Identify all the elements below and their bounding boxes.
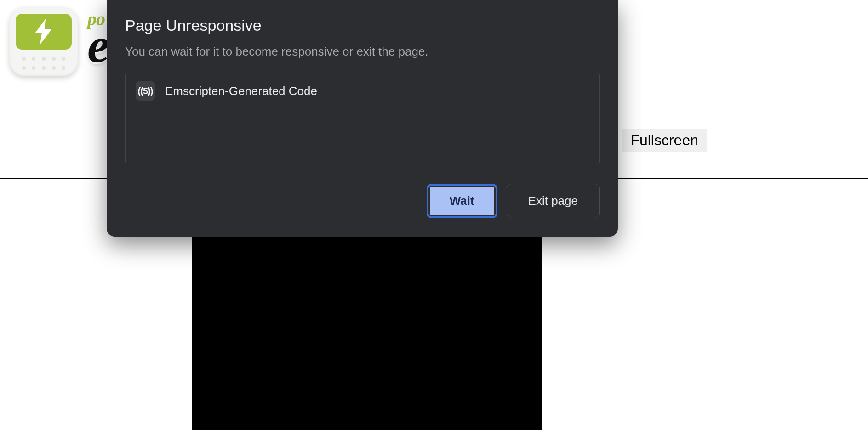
exit-page-button[interactable]: Exit page — [507, 184, 600, 218]
list-item: ((5)) Emscripten-Generated Code — [136, 81, 589, 101]
favicon-glyph: ((5)) — [138, 86, 153, 96]
dialog-title: Page Unresponsive — [125, 17, 600, 34]
unresponsive-pages-list: ((5)) Emscripten-Generated Code — [125, 73, 600, 164]
emscripten-app-icon — [9, 7, 78, 76]
svg-marker-0 — [35, 19, 52, 45]
page-favicon: ((5)) — [136, 81, 155, 101]
wait-button[interactable]: Wait — [427, 184, 497, 218]
fullscreen-button[interactable]: Fullscreen — [622, 129, 707, 152]
dialog-button-row: Wait Exit page — [125, 184, 600, 218]
dialog-subtitle: You can wait for it to become responsive… — [125, 45, 600, 59]
footer-divider — [0, 429, 868, 429]
page-unresponsive-dialog: Page Unresponsive You can wait for it to… — [107, 0, 618, 237]
page-title: Emscripten-Generated Code — [165, 84, 317, 98]
lightning-icon — [34, 19, 54, 45]
